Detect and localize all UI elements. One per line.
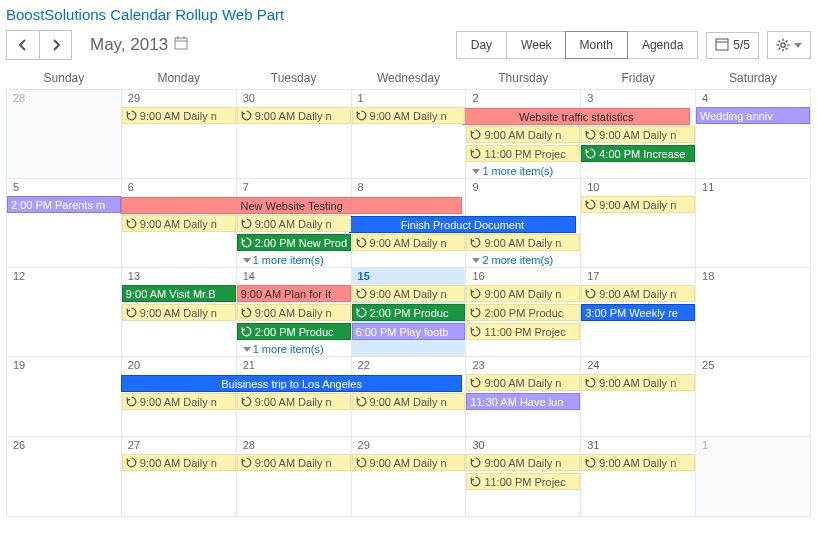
calendar-event[interactable]: 9:00 AM Daily n	[122, 454, 236, 471]
event-text: 6:00 PM Play footb	[356, 324, 449, 340]
calendar-icon[interactable]	[174, 35, 188, 55]
calendar-day-cell[interactable]: 26	[7, 437, 122, 517]
calendar-event[interactable]: 9:00 AM Daily n	[237, 393, 351, 410]
calendar-day-cell[interactable]: 229:00 AM Daily n	[351, 357, 466, 437]
calendar-day-cell[interactable]: 99:00 AM Daily n2 more item(s)	[466, 179, 581, 268]
calendar-event[interactable]: 9:00 AM Daily n	[122, 215, 236, 232]
calendar-day-cell[interactable]: 159:00 AM Daily n2:00 PM Produc6:00 PM P…	[351, 268, 466, 357]
calendar-event[interactable]: 9:00 AM Daily n	[466, 454, 580, 471]
view-week[interactable]: Week	[506, 32, 565, 58]
prev-button[interactable]	[7, 31, 39, 59]
calendar-event[interactable]: 9:00 AM Daily n	[122, 393, 236, 410]
calendar-event[interactable]: 9:00 AM Daily n	[581, 374, 695, 391]
day-number: 16	[466, 268, 580, 285]
view-agenda[interactable]: Agenda	[627, 32, 697, 58]
calendar-day-cell[interactable]: 52:00 PM Parents mNew Website TestingFin…	[7, 179, 122, 268]
calendar-event[interactable]: 11:00 PM Projec	[466, 473, 580, 490]
calendar-day-cell[interactable]: 249:00 AM Daily n	[581, 357, 696, 437]
next-button[interactable]	[39, 31, 71, 59]
calendar-event[interactable]: 2:00 PM Produc	[352, 304, 466, 321]
calendar-event[interactable]: 9:00 AM Daily n	[466, 374, 580, 391]
calendar-event[interactable]: 9:00 AM Daily n	[466, 234, 580, 251]
more-items-link[interactable]: 1 more item(s)	[466, 164, 580, 178]
calendar-day-cell[interactable]: 4Wedding anniv	[696, 90, 811, 179]
calendar-day-cell[interactable]: 18	[696, 268, 811, 357]
calendar-day-cell[interactable]: 299:00 AM Daily n	[351, 437, 466, 517]
calendar-event[interactable]: 9:00 AM Daily n	[352, 454, 466, 471]
more-items-link[interactable]: 2 more item(s)	[466, 253, 580, 267]
calendar-event[interactable]: 9:00 AM Daily n	[581, 454, 695, 471]
calendar-day-cell[interactable]: 139:00 AM Visit Mr.B9:00 AM Daily n	[121, 268, 236, 357]
more-items-link[interactable]: 1 more item(s)	[237, 342, 351, 356]
calendar-event[interactable]: 9:00 AM Daily n	[352, 393, 466, 410]
day-number: 28	[7, 90, 121, 107]
calendar-day-cell[interactable]: 239:00 AM Daily n11:30 AM Have lun	[466, 357, 581, 437]
calendar-day-cell[interactable]: 19Buisiness trip to Los Angeles	[7, 357, 122, 437]
calendar-count-dropdown[interactable]: 5/5	[706, 32, 759, 59]
calendar-event[interactable]: 11:00 PM Projec	[466, 145, 580, 162]
calendar-event[interactable]: 9:00 AM Plan for It	[237, 285, 351, 302]
calendar-day-cell[interactable]: 219:00 AM Daily n	[236, 357, 351, 437]
calendar-day-cell[interactable]: 29:00 AM Daily n11:00 PM Projec1 more it…	[466, 90, 581, 179]
calendar-event[interactable]: 9:00 AM Daily n	[237, 304, 351, 321]
settings-button[interactable]	[767, 31, 811, 59]
calendar-event[interactable]: 9:00 AM Daily n	[466, 126, 580, 143]
calendar-day-cell[interactable]: 209:00 AM Daily n	[121, 357, 236, 437]
calendar-day-cell[interactable]: 28Website traffic statistics	[7, 90, 122, 179]
event-text: 9:00 AM Daily n	[255, 305, 332, 321]
calendar-day-cell[interactable]: 179:00 AM Daily n3:00 PM Weekly re	[581, 268, 696, 357]
calendar-event[interactable]: 9:00 AM Daily n	[352, 107, 466, 124]
calendar-event[interactable]: 9:00 AM Daily n	[466, 285, 580, 302]
calendar-event[interactable]: 9:00 AM Daily n	[581, 285, 695, 302]
recurring-icon	[126, 457, 137, 468]
calendar-event[interactable]: 2:00 PM Parents m	[7, 196, 121, 213]
calendar-event[interactable]: 9:00 AM Visit Mr.B	[122, 285, 236, 302]
calendar-day-cell[interactable]: 289:00 AM Daily n	[236, 437, 351, 517]
calendar-day-cell[interactable]: 69:00 AM Daily n	[121, 179, 236, 268]
day-number: 15	[352, 268, 466, 285]
calendar-day-cell[interactable]: 109:00 AM Daily n	[581, 179, 696, 268]
calendar-event[interactable]: 9:00 AM Daily n	[122, 304, 236, 321]
calendar-event[interactable]: 11:00 PM Projec	[466, 323, 580, 340]
calendar-event[interactable]: 9:00 AM Daily n	[352, 234, 466, 251]
calendar-day-cell[interactable]: 25	[696, 357, 811, 437]
calendar-day-cell[interactable]: 309:00 AM Daily n	[236, 90, 351, 179]
calendar-day-cell[interactable]: 299:00 AM Daily n	[121, 90, 236, 179]
calendar-day-cell[interactable]: 169:00 AM Daily n2:00 PM Produc11:00 PM …	[466, 268, 581, 357]
calendar-day-cell[interactable]: 319:00 AM Daily n	[581, 437, 696, 517]
calendar-day-cell[interactable]: 11	[696, 179, 811, 268]
view-month[interactable]: Month	[565, 31, 628, 59]
day-number: 21	[237, 357, 351, 374]
calendar-event[interactable]: 9:00 AM Daily n	[122, 107, 236, 124]
event-text: 11:00 PM Projec	[484, 324, 565, 340]
calendar-day-cell[interactable]: 79:00 AM Daily n2:00 PM New Prod1 more i…	[236, 179, 351, 268]
recurring-icon	[470, 307, 481, 318]
calendar-day-cell[interactable]: 149:00 AM Plan for It9:00 AM Daily n2:00…	[236, 268, 351, 357]
calendar-event[interactable]: 9:00 AM Daily n	[581, 196, 695, 213]
event-text: 3:00 PM Weekly re	[585, 305, 678, 321]
calendar-event[interactable]: 6:00 PM Play footb	[352, 323, 466, 340]
calendar-day-cell[interactable]: 19:00 AM Daily n	[351, 90, 466, 179]
view-day[interactable]: Day	[457, 32, 506, 58]
calendar-day-cell[interactable]: 12	[7, 268, 122, 357]
calendar-event[interactable]: 3:00 PM Weekly re	[581, 304, 695, 321]
calendar-event[interactable]: 2:00 PM Produc	[466, 304, 580, 321]
calendar-day-cell[interactable]: 89:00 AM Daily n	[351, 179, 466, 268]
calendar-event[interactable]: 9:00 AM Daily n	[237, 107, 351, 124]
calendar-event[interactable]: 9:00 AM Daily n	[581, 126, 695, 143]
calendar-day-cell[interactable]: 1	[696, 437, 811, 517]
calendar-event[interactable]: 2:00 PM New Prod	[237, 234, 351, 251]
calendar-event[interactable]: Wedding anniv	[696, 107, 810, 124]
calendar-event[interactable]: 4:00 PM Increase	[581, 145, 695, 162]
event-text: 9:00 AM Daily n	[370, 286, 447, 302]
calendar-event[interactable]: 9:00 AM Daily n	[352, 285, 466, 302]
calendar-event[interactable]: 9:00 AM Daily n	[237, 215, 351, 232]
calendar-event[interactable]: 9:00 AM Daily n	[237, 454, 351, 471]
calendar-day-cell[interactable]: 309:00 AM Daily n11:00 PM Projec	[466, 437, 581, 517]
weekday-header: Sunday	[7, 67, 122, 90]
calendar-event[interactable]: 2:00 PM Produc	[237, 323, 351, 340]
calendar-day-cell[interactable]: 39:00 AM Daily n4:00 PM Increase	[581, 90, 696, 179]
more-items-link[interactable]: 1 more item(s)	[237, 253, 351, 267]
calendar-event[interactable]: 11:30 AM Have lun	[466, 393, 580, 410]
calendar-day-cell[interactable]: 279:00 AM Daily n	[121, 437, 236, 517]
